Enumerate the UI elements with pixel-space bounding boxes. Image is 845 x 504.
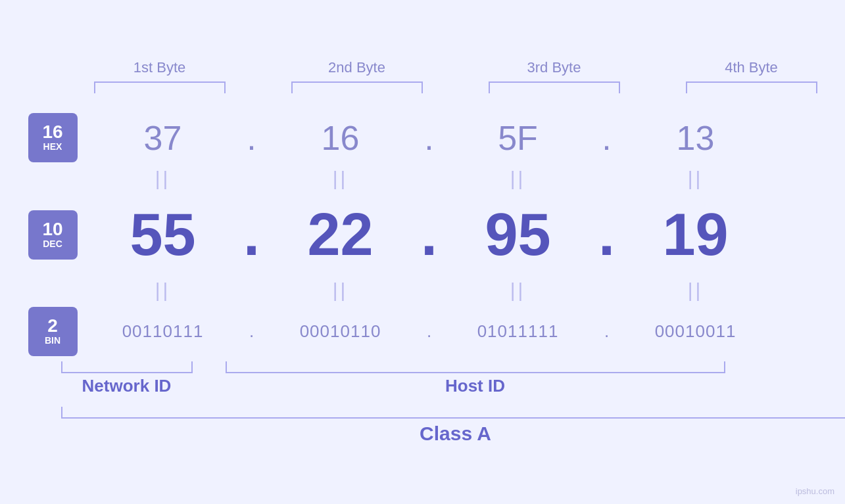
byte-label-2: 2nd Byte (285, 59, 429, 76)
bin-val-1: 00110111 (91, 321, 235, 342)
sep-sym-6: || (268, 279, 413, 302)
byte-label-1: 1st Byte (87, 59, 232, 76)
bin-dot-2: . (413, 321, 446, 342)
class-section: Class A (61, 407, 846, 445)
sep-sym-7: || (446, 279, 591, 302)
sep-sym-8: || (623, 279, 768, 302)
bin-dot-1: . (235, 321, 268, 342)
watermark: ipshu.com (796, 486, 834, 496)
bin-badge-text: BIN (45, 335, 60, 346)
hex-val-2: 16 (268, 118, 413, 158)
base-labels-column: 16 HEX 10 DEC 2 BIN (28, 113, 78, 356)
bin-badge-num: 2 (47, 317, 58, 335)
content-area: 16 HEX 10 DEC 2 BIN (28, 113, 817, 356)
sep-sym-2: || (268, 168, 413, 190)
sep-sym-5: || (91, 279, 235, 302)
byte-labels-row: 1st Byte 2nd Byte 3rd Byte 4th Byte (61, 59, 846, 76)
bin-badge-row: 2 BIN (28, 307, 78, 356)
hex-val-1: 37 (91, 118, 235, 158)
top-brackets-row (61, 81, 846, 93)
class-label: Class A (61, 423, 846, 445)
dec-val-2: 22 (268, 201, 413, 269)
top-bracket-3 (489, 81, 620, 93)
hex-badge-num: 16 (42, 123, 62, 141)
sep-sym-4: || (623, 168, 768, 190)
hex-dot-1: . (235, 118, 268, 158)
dec-val-3: 95 (446, 201, 591, 269)
bin-badge: 2 BIN (28, 307, 78, 356)
bin-row: 00110111 . 00010110 . 01011111 . 0001001… (91, 307, 817, 356)
dec-badge: 10 DEC (28, 210, 78, 260)
dec-val-4: 19 (623, 201, 768, 269)
hex-badge: 16 HEX (28, 113, 78, 162)
bottom-labels-row: Network ID Host ID (61, 376, 846, 396)
hex-badge-row: 16 HEX (28, 113, 78, 162)
dec-dot-1: . (235, 201, 268, 269)
dec-badge-row: 10 DEC (28, 195, 78, 274)
values-grid: 37 . 16 . 5F . 13 || || || || 55 (91, 113, 817, 356)
network-id-label: Network ID (61, 376, 193, 396)
hex-val-3: 5F (446, 118, 591, 158)
sep-row-1: || || || || (91, 162, 817, 195)
byte-label-3: 3rd Byte (482, 59, 627, 76)
top-bracket-4 (686, 81, 817, 93)
main-container: 1st Byte 2nd Byte 3rd Byte 4th Byte 16 H… (0, 0, 845, 504)
hex-row: 37 . 16 . 5F . 13 (91, 113, 817, 162)
dec-val-1: 55 (91, 201, 235, 269)
top-bracket-2 (291, 81, 423, 93)
sep-row-2: || || || || (91, 274, 817, 307)
sep-sym-3: || (446, 168, 591, 190)
dec-badge-text: DEC (43, 239, 62, 250)
dec-dot-3: . (591, 201, 623, 269)
byte-label-4: 4th Byte (679, 59, 824, 76)
dec-dot-2: . (413, 201, 446, 269)
dec-badge-num: 10 (42, 220, 62, 239)
bin-val-2: 00010110 (268, 321, 413, 342)
top-bracket-1 (94, 81, 226, 93)
hex-val-4: 13 (623, 118, 768, 158)
hex-dot-2: . (413, 118, 446, 158)
dec-row: 55 . 22 . 95 . 19 (91, 195, 817, 274)
bin-dot-3: . (591, 321, 623, 342)
hex-dot-3: . (591, 118, 623, 158)
bottom-brackets-row (61, 361, 846, 373)
bin-val-4: 00010011 (623, 321, 768, 342)
host-bracket (226, 361, 725, 373)
sep-sym-1: || (91, 168, 235, 190)
class-bracket (61, 407, 846, 419)
hex-badge-text: HEX (43, 141, 62, 152)
host-id-label: Host ID (226, 376, 725, 396)
network-bracket (61, 361, 193, 373)
bin-val-3: 01011111 (446, 321, 591, 342)
